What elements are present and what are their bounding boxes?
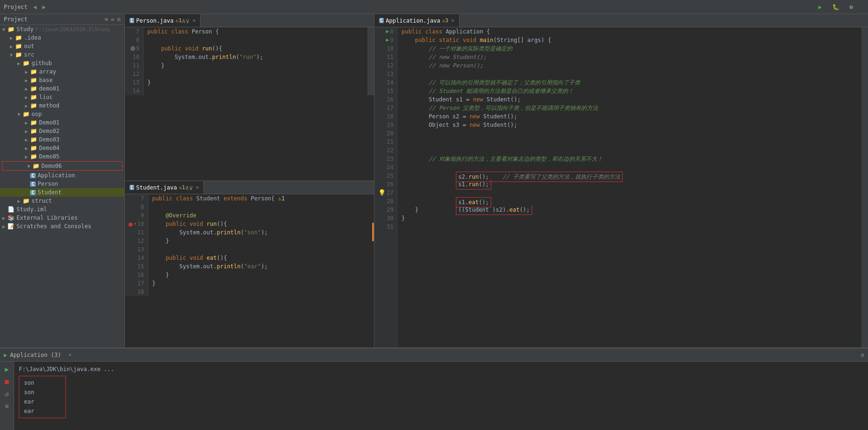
student-tab[interactable]: C Student.java ⚠1 ∧ ∨ ✕ xyxy=(125,181,204,194)
student-tab-close[interactable]: ✕ xyxy=(196,184,199,190)
sidebar-item-struct[interactable]: ▶ 📁 struct xyxy=(0,197,124,205)
person-down-arrow[interactable]: ∨ xyxy=(186,17,189,25)
run-restart-btn[interactable]: ↺ xyxy=(2,389,12,398)
run-out-2: son xyxy=(24,388,61,397)
left-editors: C Person.java ⚠1 ∧ ∨ ✕ 7 8 9 xyxy=(125,14,374,347)
sidebar-item-method[interactable]: ▶ 📁 method xyxy=(0,101,124,110)
main-layout: Project ⊕ ⇄ ⚙ ▼ 📁 Study F:\java\IDEA2020… xyxy=(0,14,868,347)
application-editor-content: ▶8 ▶9 10 11 12 13 14 15 16 17 18 19 xyxy=(374,27,868,347)
sidebar-item-Application[interactable]: C Application xyxy=(0,171,124,180)
sidebar-item-idea[interactable]: ▶ 📁 .idea xyxy=(0,33,124,42)
run-panel: ▶ Application (3) ✕ ⚙ ▶ ■ ↺ ≡ F:\Java\JD… xyxy=(0,347,868,430)
sidebar-layout-btn[interactable]: ⇄ xyxy=(111,16,114,23)
sidebar-item-Demo01[interactable]: ▶ 📁 Demo01 xyxy=(0,118,124,127)
sidebar-item-Student[interactable]: C Student xyxy=(0,188,124,197)
application-tab[interactable]: C Application.java ⚠3 ✕ xyxy=(374,14,460,27)
application-code-area[interactable]: public class Application { public static… xyxy=(397,27,861,347)
person-tab-warning: ⚠1 xyxy=(176,17,182,24)
toolbar-debug[interactable]: 🐛 xyxy=(832,4,839,10)
student-tab-warning: ⚠1 xyxy=(179,184,185,190)
student-scrollbar[interactable] xyxy=(372,223,374,241)
sidebar-item-scratches[interactable]: ▶ 📝 Scratches and Consoles xyxy=(0,222,124,231)
sidebar-item-demo01[interactable]: ▶ 📁 demo01 xyxy=(0,84,124,93)
application-tab-warning: ⚠3 xyxy=(442,17,448,24)
sidebar-item-Demo05[interactable]: ▶ 📁 Demo05 xyxy=(0,152,124,161)
run-sidebar: ▶ ■ ↺ ≡ xyxy=(0,362,14,430)
student-line-numbers: 7 8 9 ● ↑ 10 11 12 13 14 xyxy=(125,194,148,296)
person-editor-content: 7 8 9 10 11 12 13 14 public class Person… xyxy=(125,27,374,95)
editors-area: C Person.java ⚠1 ∧ ∨ ✕ 7 8 9 xyxy=(125,14,868,347)
application-line-numbers: ▶8 ▶9 10 11 12 13 14 15 16 17 18 19 xyxy=(374,27,397,347)
run-out-1: son xyxy=(24,378,61,388)
student-editor-pane: C Student.java ⚠1 ∧ ∨ ✕ 7 8 9 xyxy=(125,181,374,347)
toolbar-settings[interactable]: ⚙ xyxy=(850,4,853,10)
application-editor-pane: C Application.java ⚠3 ✕ ▶8 ▶9 10 11 12 xyxy=(374,14,868,347)
run-command-line: F:\Java\JDK\bin\java.exe ... xyxy=(19,364,863,374)
run-scroll-btn[interactable]: ≡ xyxy=(2,401,12,411)
student-tab-label: Student.java xyxy=(136,184,177,191)
run-settings-btn[interactable]: ⚙ xyxy=(861,352,864,358)
sidebar-item-github[interactable]: ▶ 📁 github xyxy=(0,59,124,67)
nav-arrow-back[interactable]: ◀ xyxy=(33,4,37,10)
student-up-arrow[interactable]: ∧ xyxy=(185,184,189,191)
sidebar-header: Project ⊕ ⇄ ⚙ xyxy=(0,14,124,25)
sidebar-item-Person[interactable]: C Person xyxy=(0,180,124,188)
person-code-area[interactable]: public class Person { public void run(){… xyxy=(144,27,367,95)
sidebar-item-external[interactable]: ▶ 📚 External Libraries xyxy=(0,214,124,222)
sidebar-item-Demo04[interactable]: ▶ 📁 Demo04 xyxy=(0,144,124,152)
sidebar-item-out[interactable]: ▶ 📁 out xyxy=(0,42,124,50)
sidebar-item-oop[interactable]: ▼ 📁 oop xyxy=(0,110,124,118)
nav-arrow-fwd[interactable]: ▶ xyxy=(42,4,46,10)
person-editor-pane: C Person.java ⚠1 ∧ ∨ ✕ 7 8 9 xyxy=(125,14,374,181)
sidebar-item-study[interactable]: ▼ 📁 Study F:\java\IDEA2020.2\Study xyxy=(0,25,124,33)
run-stop-btn[interactable]: ■ xyxy=(2,377,12,386)
person-tab-label: Person.java xyxy=(136,17,173,24)
sidebar-add-btn[interactable]: ⊕ xyxy=(105,16,108,23)
sidebar-gear-btn[interactable]: ⚙ xyxy=(117,16,121,23)
student-tab-icon: C xyxy=(130,185,134,190)
person-up-arrow[interactable]: ∧ xyxy=(182,17,186,25)
top-bar: Project ◀ ▶ ▶ 🐛 ⚙ xyxy=(0,0,868,14)
sidebar-item-Demo06[interactable]: ▼ 📁 Demo06 xyxy=(2,161,122,171)
application-tab-bar: C Application.java ⚠3 ✕ xyxy=(374,14,868,27)
run-icon: ▶ xyxy=(4,352,7,358)
run-panel-header: ▶ Application (3) ✕ ⚙ xyxy=(0,348,868,362)
sidebar-item-base[interactable]: ▶ 📁 base xyxy=(0,76,124,84)
sidebar-item-src[interactable]: ▼ 📁 src xyxy=(0,50,124,59)
application-tab-icon: C xyxy=(379,18,384,23)
student-code-area[interactable]: public class Student extends Person{ ⚠1 … xyxy=(148,194,372,296)
sidebar-item-Demo02[interactable]: ▶ 📁 Demo02 xyxy=(0,127,124,135)
application-tab-label: Application.java xyxy=(386,17,440,24)
person-scrollbar[interactable] xyxy=(367,27,374,95)
toolbar-run[interactable]: ▶ xyxy=(819,4,822,10)
run-tab-label[interactable]: Application (3) xyxy=(10,352,61,358)
student-down-arrow[interactable]: ∨ xyxy=(189,184,193,191)
application-tab-close[interactable]: ✕ xyxy=(451,17,454,24)
sidebar-item-array[interactable]: ▶ 📁 array xyxy=(0,67,124,76)
person-tab-bar: C Person.java ⚠1 ∧ ∨ ✕ xyxy=(125,14,374,27)
person-tab-close[interactable]: ✕ xyxy=(193,17,196,24)
person-tab-icon: C xyxy=(130,18,134,23)
run-output-box: son son ear ear xyxy=(19,376,66,418)
person-tab[interactable]: C Person.java ⚠1 ∧ ∨ ✕ xyxy=(125,14,201,27)
student-tab-bar: C Student.java ⚠1 ∧ ∨ ✕ xyxy=(125,181,374,194)
person-line-numbers: 7 8 9 10 11 12 13 14 xyxy=(125,27,144,95)
student-editor-content: 7 8 9 ● ↑ 10 11 12 13 14 xyxy=(125,194,374,296)
sidebar-item-studyiml[interactable]: 📄 Study.iml xyxy=(0,205,124,214)
sidebar-item-liuc[interactable]: ▶ 📁 liuc xyxy=(0,93,124,101)
run-panel-content: ▶ ■ ↺ ≡ F:\Java\JDK\bin\java.exe ... son… xyxy=(0,362,868,430)
sidebar-title: Project xyxy=(4,16,28,23)
run-play-btn[interactable]: ▶ xyxy=(2,364,12,374)
split-editors: C Person.java ⚠1 ∧ ∨ ✕ 7 8 9 xyxy=(125,14,868,347)
run-tab-close[interactable]: ✕ xyxy=(69,352,72,358)
project-label: Project xyxy=(4,4,28,10)
run-output: F:\Java\JDK\bin\java.exe ... son son ear… xyxy=(14,362,868,430)
application-scrollbar[interactable] xyxy=(861,27,868,347)
sidebar: Project ⊕ ⇄ ⚙ ▼ 📁 Study F:\java\IDEA2020… xyxy=(0,14,125,347)
run-out-4: ear xyxy=(24,406,61,416)
run-out-3: ear xyxy=(24,397,61,406)
sidebar-item-Demo03[interactable]: ▶ 📁 Demo03 xyxy=(0,135,124,144)
